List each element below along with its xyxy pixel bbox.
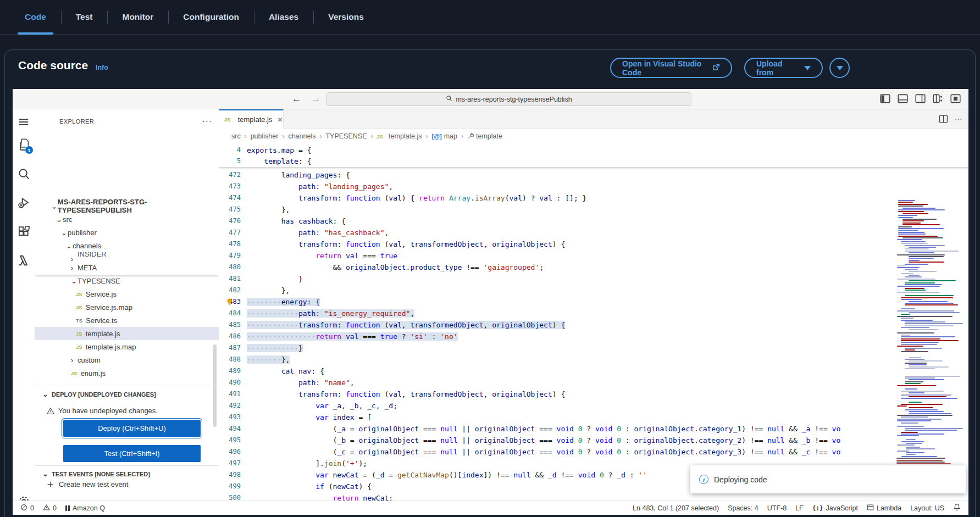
command-center-search[interactable]: ms-ares-reports-stg-typesensePublish — [326, 92, 691, 106]
info-link[interactable]: Info — [96, 64, 108, 71]
aws-lambda-icon[interactable] — [16, 253, 31, 268]
code-line-483[interactable]: 483········energy: { — [219, 296, 968, 308]
code-line-472[interactable]: 472 landing_pages: { — [219, 169, 968, 181]
tree-item-service-ts[interactable]: TSService.ts — [35, 314, 219, 327]
close-tab-icon[interactable]: ✕ — [278, 116, 283, 124]
status-window[interactable]: Lambda — [867, 504, 901, 513]
code-line-475[interactable]: 475 }, — [219, 204, 968, 215]
split-editor-icon[interactable] — [939, 114, 948, 126]
code-line-473[interactable]: 473 path: "landing_pages", — [219, 181, 968, 192]
status-layout[interactable]: Layout: US — [910, 504, 944, 512]
code-line-480[interactable]: 480 && originalObject.product_type !== '… — [219, 262, 968, 273]
code-line-474[interactable]: 474 transform: function (val) { return A… — [219, 192, 968, 204]
run-debug-icon[interactable] — [16, 195, 31, 209]
toggle-primary-sidebar-icon[interactable] — [880, 93, 890, 106]
code-line-495[interactable]: 495 (_b = originalObject === null || ori… — [219, 435, 968, 446]
lightbulb-icon[interactable] — [226, 298, 233, 308]
tab-aliases[interactable]: Aliases — [254, 0, 313, 35]
chevron-right-icon: › — [71, 264, 77, 272]
code-line-486[interactable]: 486················return val === true ?… — [219, 331, 968, 342]
tree-item-insider[interactable]: ›INSIDER — [35, 252, 219, 261]
code-line-490[interactable]: 490 path: "name", — [219, 377, 968, 388]
code-line-481[interactable]: 481 } — [219, 273, 968, 285]
code-line-492[interactable]: 492 var _a, _b, _c, _d; — [219, 400, 968, 412]
maximize-editor-icon[interactable] — [950, 93, 961, 106]
status-utf-8[interactable]: UTF-8 — [767, 504, 787, 512]
code-line-4[interactable]: 4exports.map = { — [219, 144, 968, 156]
explorer-icon[interactable]: 1 — [16, 138, 31, 152]
breadcrumb-item-template[interactable]: template — [467, 132, 502, 141]
line-number: 496 — [219, 446, 241, 458]
test-button[interactable]: Test (Ctrl+Shift+I) — [63, 445, 201, 462]
tab-configuration[interactable]: Configuration — [168, 0, 254, 35]
code-line-491[interactable]: 491 transform: function (val, transforme… — [219, 388, 968, 400]
tab-monitor[interactable]: Monitor — [107, 0, 168, 35]
tab-versions[interactable]: Versions — [313, 0, 379, 35]
navigate-forward-icon[interactable]: → — [311, 93, 320, 104]
tree-item-publisher[interactable]: ⌄publisher — [35, 226, 219, 239]
code-line-482[interactable]: 482 }, — [219, 285, 968, 296]
tree-item-service-js[interactable]: JSService.js — [35, 287, 219, 301]
navigate-back-icon[interactable]: ← — [292, 93, 301, 104]
extensions-icon[interactable] — [16, 225, 31, 239]
tab-test[interactable]: Test — [61, 0, 108, 35]
status-spaces[interactable]: Spaces: 4 — [728, 504, 758, 512]
breadcrumb-item-map[interactable]: [@]map — [432, 132, 457, 140]
test-events-section-header[interactable]: ⌄ TEST EVENTS [NONE SELECTED] — [42, 470, 150, 478]
code-line-477[interactable]: 477 path: "has_cashback", — [219, 227, 968, 238]
tree-item-channels[interactable]: ⌄channels — [35, 239, 219, 252]
breadcrumb-item-typesense[interactable]: TYPESENSE — [325, 132, 367, 140]
code-line-485[interactable]: 485············transform: function (val,… — [219, 319, 968, 331]
more-actions-button[interactable] — [829, 58, 850, 78]
tree-item-service-js-map[interactable]: JSService.js.map — [35, 301, 219, 314]
tree-item-template-js[interactable]: JStemplate.js — [35, 327, 219, 340]
breadcrumb-item-src[interactable]: src — [231, 132, 241, 140]
breadcrumb-item-channels[interactable]: channels — [288, 132, 315, 140]
toggle-panel-icon[interactable] — [898, 93, 908, 106]
tab-template-js[interactable]: JS template.js ✕ — [219, 109, 284, 129]
code-line-479[interactable]: 479 return val === true — [219, 250, 968, 262]
code-line-487[interactable]: 487············} — [219, 342, 968, 354]
tab-code[interactable]: Code — [10, 0, 61, 35]
open-in-vscode-button[interactable]: Open in Visual Studio Code — [610, 58, 732, 78]
explorer-more-actions-icon[interactable]: ··· — [202, 116, 212, 125]
minimap-line — [896, 460, 943, 461]
code-line-484[interactable]: 484············path: "is_energy_required… — [219, 308, 968, 319]
status-braces[interactable]: {;}JavaScript — [812, 504, 858, 512]
code-line-496[interactable]: 496 (_c = originalObject === null || ori… — [219, 446, 968, 458]
code-line-493[interactable]: 493 var index = [ — [219, 412, 968, 423]
code-line-488[interactable]: 488········}, — [219, 354, 968, 365]
breadcrumb-item-publisher[interactable]: publisher — [251, 132, 279, 140]
deploy-button[interactable]: Deploy (Ctrl+Shift+U) — [63, 420, 201, 437]
tree-item-enum-js[interactable]: JSenum.js — [35, 366, 219, 380]
status-lf[interactable]: LF — [795, 504, 804, 512]
customize-layout-icon[interactable] — [933, 93, 943, 106]
code-line-494[interactable]: 494 (_a = originalObject === null || ori… — [219, 423, 968, 435]
tree-item-typesense[interactable]: ⌄TYPESENSE — [35, 274, 219, 287]
tree-item-template-js-map[interactable]: JStemplate.js.map — [35, 340, 219, 353]
tree-item-ms-ares-reports-stg-typesensepublish[interactable]: ⌄MS-ARES-REPORTS-STG-TYPESENSEPUBLISH — [35, 199, 219, 213]
code-editor-surface[interactable]: 4exports.map = {5 template: { 472 landin… — [219, 144, 968, 515]
code-line-478[interactable]: 478 transform: function (val, transforme… — [219, 238, 968, 250]
status-ln[interactable]: Ln 483, Col 1 (207 selected) — [633, 504, 719, 512]
status-error-circle[interactable]: 0 — [20, 504, 34, 513]
menu-icon[interactable] — [16, 115, 31, 129]
create-test-event-button[interactable]: Create new test event — [47, 480, 128, 488]
search-icon[interactable] — [16, 166, 31, 181]
status-bell[interactable] — [953, 503, 961, 513]
deploy-section-header[interactable]: ⌄ DEPLOY [UNDEPLOYED CHANGES] — [42, 390, 156, 398]
status-warning-triangle[interactable]: 0 — [43, 504, 57, 513]
editor-more-actions-icon[interactable]: ⋯ — [955, 114, 963, 126]
minimap-line — [897, 316, 953, 317]
breadcrumb-item-template-js[interactable]: JStemplate.js — [377, 132, 422, 140]
code-line-5[interactable]: 5 template: { — [219, 155, 968, 167]
tree-item-src[interactable]: ⌄src — [35, 213, 219, 226]
toggle-secondary-sidebar-icon[interactable] — [915, 93, 926, 106]
tree-item-custom[interactable]: ›custom — [35, 353, 219, 366]
upload-from-button[interactable]: Upload from — [744, 58, 823, 78]
minimap-line — [909, 411, 944, 412]
code-line-489[interactable]: 489 cat_nav: { — [219, 365, 968, 377]
sidebar-scrollbar[interactable] — [213, 344, 217, 427]
code-line-476[interactable]: 476 has_cashback: { — [219, 215, 968, 227]
status-pause[interactable]: Amazon Q — [65, 504, 105, 512]
